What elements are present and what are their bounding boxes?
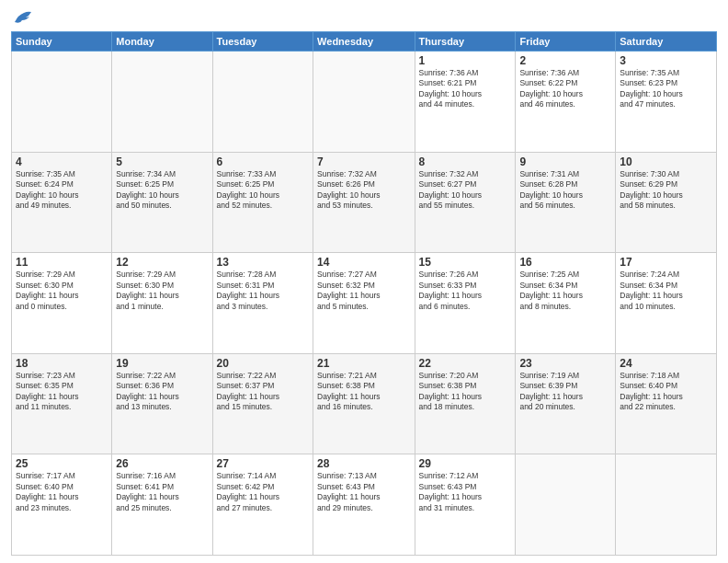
logo-text — [11, 9, 33, 26]
week-row-2: 4Sunrise: 7:35 AM Sunset: 6:24 PM Daylig… — [12, 152, 717, 253]
day-info: Sunrise: 7:31 AM Sunset: 6:28 PM Dayligh… — [519, 169, 611, 212]
day-number: 13 — [217, 256, 309, 269]
calendar-cell: 12Sunrise: 7:29 AM Sunset: 6:30 PM Dayli… — [112, 253, 212, 354]
calendar-cell: 21Sunrise: 7:21 AM Sunset: 6:38 PM Dayli… — [313, 353, 415, 454]
day-number: 5 — [116, 155, 208, 168]
calendar-cell: 4Sunrise: 7:35 AM Sunset: 6:24 PM Daylig… — [12, 152, 112, 253]
calendar-container: SundayMondayTuesdayWednesdayThursdayFrid… — [0, 0, 728, 563]
day-number: 27 — [217, 457, 309, 470]
day-info: Sunrise: 7:21 AM Sunset: 6:38 PM Dayligh… — [317, 371, 410, 413]
day-number: 1 — [419, 54, 512, 67]
calendar-cell: 13Sunrise: 7:28 AM Sunset: 6:31 PM Dayli… — [212, 253, 313, 354]
calendar-cell — [516, 454, 616, 556]
day-number: 9 — [519, 155, 611, 168]
week-row-5: 25Sunrise: 7:17 AM Sunset: 6:40 PM Dayli… — [12, 454, 717, 556]
day-number: 25 — [16, 457, 108, 470]
day-info: Sunrise: 7:35 AM Sunset: 6:23 PM Dayligh… — [620, 68, 712, 110]
day-number: 2 — [519, 54, 611, 67]
day-number: 6 — [217, 155, 309, 168]
day-number: 20 — [217, 357, 309, 370]
day-info: Sunrise: 7:35 AM Sunset: 6:24 PM Dayligh… — [16, 169, 108, 212]
day-info: Sunrise: 7:22 AM Sunset: 6:37 PM Dayligh… — [217, 371, 309, 413]
calendar-cell: 28Sunrise: 7:13 AM Sunset: 6:43 PM Dayli… — [313, 454, 415, 556]
weekday-monday: Monday — [112, 32, 212, 52]
day-number: 21 — [317, 357, 410, 370]
day-info: Sunrise: 7:20 AM Sunset: 6:38 PM Dayligh… — [419, 371, 512, 413]
calendar-cell: 5Sunrise: 7:34 AM Sunset: 6:25 PM Daylig… — [112, 152, 212, 253]
day-info: Sunrise: 7:22 AM Sunset: 6:36 PM Dayligh… — [116, 371, 208, 413]
calendar-cell: 7Sunrise: 7:32 AM Sunset: 6:26 PM Daylig… — [313, 152, 415, 253]
calendar-cell — [112, 52, 212, 153]
calendar-cell: 3Sunrise: 7:35 AM Sunset: 6:23 PM Daylig… — [616, 52, 717, 153]
day-number: 22 — [419, 357, 512, 370]
calendar-cell: 18Sunrise: 7:23 AM Sunset: 6:35 PM Dayli… — [12, 353, 112, 454]
calendar-cell: 19Sunrise: 7:22 AM Sunset: 6:36 PM Dayli… — [112, 353, 212, 454]
header — [11, 9, 717, 26]
calendar-cell: 9Sunrise: 7:31 AM Sunset: 6:28 PM Daylig… — [516, 152, 616, 253]
day-number: 19 — [116, 357, 208, 370]
day-info: Sunrise: 7:30 AM Sunset: 6:29 PM Dayligh… — [620, 169, 712, 212]
day-info: Sunrise: 7:29 AM Sunset: 6:30 PM Dayligh… — [116, 270, 208, 312]
weekday-tuesday: Tuesday — [212, 32, 313, 52]
day-number: 4 — [16, 155, 108, 168]
calendar-cell: 29Sunrise: 7:12 AM Sunset: 6:43 PM Dayli… — [415, 454, 516, 556]
calendar-cell: 16Sunrise: 7:25 AM Sunset: 6:34 PM Dayli… — [516, 253, 616, 354]
calendar-cell: 17Sunrise: 7:24 AM Sunset: 6:34 PM Dayli… — [616, 253, 717, 354]
day-info: Sunrise: 7:23 AM Sunset: 6:35 PM Dayligh… — [16, 371, 108, 413]
week-row-1: 1Sunrise: 7:36 AM Sunset: 6:21 PM Daylig… — [12, 52, 717, 153]
day-number: 14 — [317, 256, 410, 269]
calendar-cell: 8Sunrise: 7:32 AM Sunset: 6:27 PM Daylig… — [415, 152, 516, 253]
day-number: 28 — [317, 457, 410, 470]
calendar-cell — [616, 454, 717, 556]
day-number: 8 — [419, 155, 512, 168]
day-number: 23 — [519, 357, 611, 370]
calendar-cell — [212, 52, 313, 153]
day-info: Sunrise: 7:28 AM Sunset: 6:31 PM Dayligh… — [217, 270, 309, 312]
calendar-cell: 23Sunrise: 7:19 AM Sunset: 6:39 PM Dayli… — [516, 353, 616, 454]
day-info: Sunrise: 7:18 AM Sunset: 6:40 PM Dayligh… — [620, 371, 712, 413]
weekday-header-row: SundayMondayTuesdayWednesdayThursdayFrid… — [12, 32, 717, 52]
day-info: Sunrise: 7:13 AM Sunset: 6:43 PM Dayligh… — [317, 471, 410, 513]
day-number: 16 — [519, 256, 611, 269]
day-info: Sunrise: 7:25 AM Sunset: 6:34 PM Dayligh… — [519, 270, 611, 312]
day-info: Sunrise: 7:12 AM Sunset: 6:43 PM Dayligh… — [419, 471, 512, 513]
calendar-cell: 1Sunrise: 7:36 AM Sunset: 6:21 PM Daylig… — [415, 52, 516, 153]
day-number: 26 — [116, 457, 208, 470]
day-number: 12 — [116, 256, 208, 269]
calendar-cell: 2Sunrise: 7:36 AM Sunset: 6:22 PM Daylig… — [516, 52, 616, 153]
day-info: Sunrise: 7:36 AM Sunset: 6:21 PM Dayligh… — [419, 68, 512, 110]
day-number: 29 — [419, 457, 512, 470]
weekday-saturday: Saturday — [616, 32, 717, 52]
day-number: 18 — [16, 357, 108, 370]
calendar-cell: 6Sunrise: 7:33 AM Sunset: 6:25 PM Daylig… — [212, 152, 313, 253]
calendar-cell: 24Sunrise: 7:18 AM Sunset: 6:40 PM Dayli… — [616, 353, 717, 454]
week-row-3: 11Sunrise: 7:29 AM Sunset: 6:30 PM Dayli… — [12, 253, 717, 354]
logo — [11, 9, 33, 26]
calendar-cell: 20Sunrise: 7:22 AM Sunset: 6:37 PM Dayli… — [212, 353, 313, 454]
day-info: Sunrise: 7:36 AM Sunset: 6:22 PM Dayligh… — [519, 68, 611, 110]
day-number: 7 — [317, 155, 410, 168]
calendar-cell — [12, 52, 112, 153]
weekday-thursday: Thursday — [415, 32, 516, 52]
calendar-cell: 25Sunrise: 7:17 AM Sunset: 6:40 PM Dayli… — [12, 454, 112, 556]
day-info: Sunrise: 7:32 AM Sunset: 6:26 PM Dayligh… — [317, 169, 410, 212]
day-info: Sunrise: 7:24 AM Sunset: 6:34 PM Dayligh… — [620, 270, 712, 312]
weekday-friday: Friday — [516, 32, 616, 52]
day-info: Sunrise: 7:29 AM Sunset: 6:30 PM Dayligh… — [16, 270, 108, 312]
day-number: 10 — [620, 155, 712, 168]
day-info: Sunrise: 7:27 AM Sunset: 6:32 PM Dayligh… — [317, 270, 410, 312]
day-info: Sunrise: 7:16 AM Sunset: 6:41 PM Dayligh… — [116, 471, 208, 513]
day-info: Sunrise: 7:33 AM Sunset: 6:25 PM Dayligh… — [217, 169, 309, 212]
day-number: 15 — [419, 256, 512, 269]
day-info: Sunrise: 7:14 AM Sunset: 6:42 PM Dayligh… — [217, 471, 309, 513]
calendar-cell: 10Sunrise: 7:30 AM Sunset: 6:29 PM Dayli… — [616, 152, 717, 253]
day-number: 3 — [620, 54, 712, 67]
day-info: Sunrise: 7:26 AM Sunset: 6:33 PM Dayligh… — [419, 270, 512, 312]
weekday-sunday: Sunday — [12, 32, 112, 52]
calendar-cell: 15Sunrise: 7:26 AM Sunset: 6:33 PM Dayli… — [415, 253, 516, 354]
calendar-cell: 26Sunrise: 7:16 AM Sunset: 6:41 PM Dayli… — [112, 454, 212, 556]
week-row-4: 18Sunrise: 7:23 AM Sunset: 6:35 PM Dayli… — [12, 353, 717, 454]
calendar-cell: 27Sunrise: 7:14 AM Sunset: 6:42 PM Dayli… — [212, 454, 313, 556]
calendar-cell: 11Sunrise: 7:29 AM Sunset: 6:30 PM Dayli… — [12, 253, 112, 354]
day-number: 17 — [620, 256, 712, 269]
